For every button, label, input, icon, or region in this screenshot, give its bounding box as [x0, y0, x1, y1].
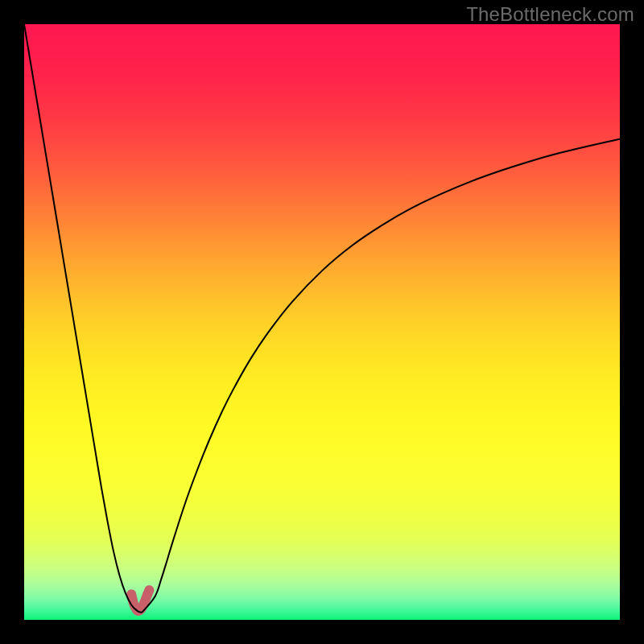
chart-stage: TheBottleneck.com — [0, 0, 644, 644]
bottleneck-curve — [24, 24, 620, 613]
watermark-label: TheBottleneck.com — [466, 3, 634, 26]
curve-layer — [24, 24, 620, 620]
plot-area — [24, 24, 620, 620]
